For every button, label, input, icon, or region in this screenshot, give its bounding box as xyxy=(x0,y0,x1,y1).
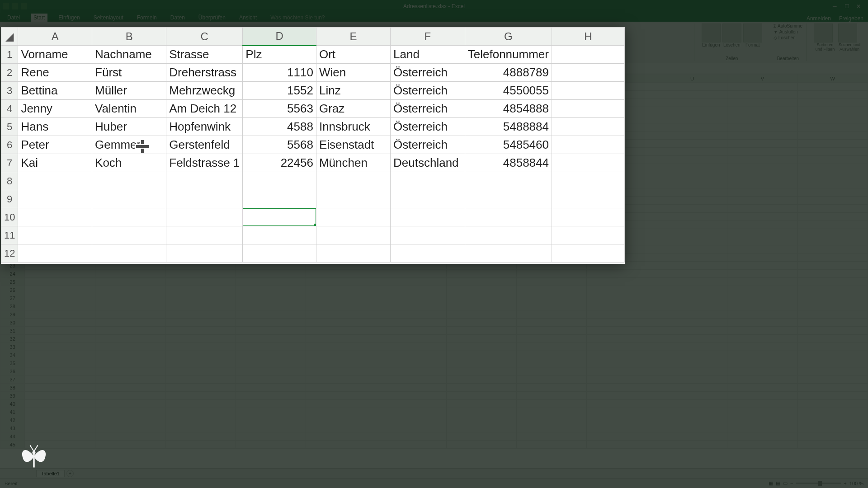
cell[interactable]: Dreherstrass xyxy=(166,64,243,82)
cell[interactable] xyxy=(797,400,868,408)
cell[interactable] xyxy=(236,302,306,310)
cell[interactable]: Innsbruck xyxy=(316,118,390,136)
cell[interactable] xyxy=(306,424,376,432)
cell[interactable] xyxy=(657,123,727,131)
cell[interactable] xyxy=(727,229,797,237)
cell[interactable] xyxy=(92,172,166,190)
cell[interactable] xyxy=(657,83,727,91)
cell[interactable] xyxy=(95,319,165,327)
cell[interactable] xyxy=(376,310,446,319)
cell[interactable]: Bettina xyxy=(18,82,92,100)
cell[interactable]: Wien xyxy=(316,64,390,82)
cell[interactable] xyxy=(657,302,727,310)
cell[interactable] xyxy=(727,270,797,278)
cell[interactable]: Valentin xyxy=(92,100,166,118)
cell[interactable] xyxy=(236,359,306,367)
cell[interactable] xyxy=(92,190,166,208)
cell[interactable] xyxy=(552,208,624,226)
cell[interactable] xyxy=(517,359,587,367)
cell[interactable] xyxy=(727,416,797,424)
cell[interactable] xyxy=(25,408,95,416)
cell[interactable]: Kai xyxy=(18,154,92,172)
cell[interactable] xyxy=(236,375,306,384)
cell[interactable] xyxy=(236,327,306,335)
cell[interactable] xyxy=(797,351,868,359)
cell[interactable] xyxy=(306,319,376,327)
row-header[interactable]: 33 xyxy=(0,343,25,351)
col-header[interactable]: V xyxy=(727,75,797,83)
cell[interactable] xyxy=(797,229,868,237)
cell[interactable] xyxy=(306,294,376,302)
cell[interactable] xyxy=(727,302,797,310)
cell[interactable] xyxy=(587,302,657,310)
cell[interactable] xyxy=(657,262,727,270)
cell[interactable]: Österreich xyxy=(391,82,465,100)
cell[interactable] xyxy=(236,351,306,359)
cell[interactable] xyxy=(517,294,587,302)
cell[interactable] xyxy=(657,156,727,164)
tab-review[interactable]: Überprüfen xyxy=(196,14,228,22)
cell[interactable] xyxy=(25,310,95,319)
cell[interactable] xyxy=(165,424,236,432)
cell[interactable] xyxy=(306,441,376,449)
cell[interactable] xyxy=(517,384,587,392)
cell[interactable] xyxy=(727,221,797,229)
cell[interactable]: 5568 xyxy=(243,136,316,154)
cell[interactable] xyxy=(165,367,236,375)
cell[interactable] xyxy=(797,319,868,327)
row-header[interactable]: 34 xyxy=(0,351,25,359)
cell[interactable] xyxy=(657,188,727,197)
cell[interactable] xyxy=(517,270,587,278)
find-select-icon[interactable] xyxy=(838,23,857,42)
cell[interactable] xyxy=(95,432,165,441)
cell[interactable] xyxy=(552,190,624,208)
cell[interactable] xyxy=(376,335,446,343)
cell[interactable] xyxy=(727,172,797,180)
cell[interactable] xyxy=(236,270,306,278)
cell[interactable] xyxy=(306,359,376,367)
delete-cells-icon[interactable] xyxy=(722,23,741,42)
row-header[interactable]: 9 xyxy=(1,190,18,208)
cell[interactable] xyxy=(306,367,376,375)
cell[interactable]: Österreich xyxy=(391,100,465,118)
cell[interactable] xyxy=(306,408,376,416)
cell[interactable] xyxy=(517,432,587,441)
cell[interactable]: Deutschland xyxy=(391,154,465,172)
cell[interactable] xyxy=(797,441,868,449)
cell[interactable]: 4588 xyxy=(243,118,316,136)
cell[interactable] xyxy=(306,310,376,319)
cell[interactable] xyxy=(306,343,376,351)
cell[interactable] xyxy=(797,270,868,278)
row-header[interactable]: 32 xyxy=(0,335,25,343)
cell[interactable] xyxy=(517,310,587,319)
cell[interactable] xyxy=(446,286,516,294)
cell[interactable] xyxy=(727,310,797,319)
cell[interactable] xyxy=(465,226,552,244)
col-header-A[interactable]: A xyxy=(18,28,92,46)
cell[interactable] xyxy=(797,367,868,375)
cell[interactable] xyxy=(727,164,797,172)
cell[interactable] xyxy=(306,335,376,343)
cell[interactable] xyxy=(797,384,868,392)
cell[interactable] xyxy=(95,367,165,375)
cell[interactable] xyxy=(657,205,727,213)
cell[interactable] xyxy=(797,245,868,253)
cell[interactable] xyxy=(465,208,552,226)
cell[interactable] xyxy=(95,278,165,286)
cell[interactable] xyxy=(316,226,390,244)
cell[interactable] xyxy=(166,208,243,226)
cell[interactable] xyxy=(657,237,727,245)
cell[interactable] xyxy=(587,310,657,319)
cell[interactable] xyxy=(376,294,446,302)
cell[interactable] xyxy=(95,416,165,424)
cell[interactable] xyxy=(657,400,727,408)
cell[interactable] xyxy=(165,319,236,327)
cell[interactable]: Telefonnummer xyxy=(465,46,552,64)
cell[interactable] xyxy=(727,343,797,351)
format-cells-icon[interactable] xyxy=(743,23,762,42)
cell[interactable]: 5488884 xyxy=(465,118,552,136)
cell[interactable] xyxy=(446,375,516,384)
cell[interactable]: Rene xyxy=(18,64,92,82)
cell[interactable] xyxy=(376,327,446,335)
cell[interactable] xyxy=(797,107,868,115)
